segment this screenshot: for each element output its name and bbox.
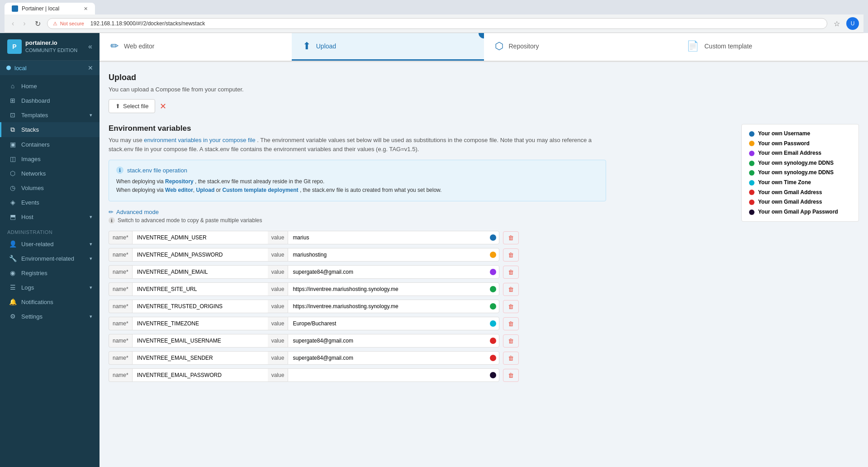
delete-env-var-button[interactable]: 🗑 (503, 352, 519, 365)
legend-label: Your own Gmail Address (758, 188, 822, 198)
env-value-wrap (288, 368, 499, 382)
env-value-input[interactable] (288, 317, 487, 330)
sidebar-item-images[interactable]: ◫ Images (0, 152, 100, 166)
sidebar-item-label: Notifications (21, 299, 53, 305)
env-value-input[interactable] (288, 231, 487, 244)
tab-upload[interactable]: ⬆ Upload (292, 33, 484, 61)
back-button[interactable]: ‹ (9, 19, 17, 29)
upload-link[interactable]: Upload (196, 187, 215, 193)
sidebar-item-events[interactable]: ◈ Events (0, 195, 100, 210)
address-bar[interactable]: ⚠ Not secure 192.168.1.18:9000/#!/2/dock… (47, 18, 827, 29)
logo-icon: P (7, 39, 22, 54)
env-vars-link[interactable]: environment variables in your compose fi… (144, 137, 255, 143)
sidebar-item-label: User-related (21, 241, 54, 248)
env-value-label: value (268, 334, 288, 348)
browser-tab: Portainer | local ✕ (5, 3, 95, 14)
upload-btn-row: ⬆ Select file ✕ (109, 99, 859, 113)
env-name-input[interactable] (132, 248, 268, 262)
reload-button[interactable]: ↻ (32, 19, 43, 29)
sidebar-item-home[interactable]: ⌂ Home (0, 79, 100, 93)
env-name-input[interactable] (132, 282, 268, 296)
sidebar-item-registries[interactable]: ◉ Registries (0, 266, 100, 280)
sidebar-item-networks[interactable]: ⬡ Networks (0, 166, 100, 181)
info-circle-icon: ℹ (109, 217, 115, 224)
close-env-button[interactable]: ✕ (88, 64, 93, 71)
env-name-input[interactable] (132, 368, 268, 382)
select-file-button[interactable]: ⬆ Select file (109, 99, 155, 113)
env-name-label: name* (109, 300, 132, 313)
legend-label: Your own Password (758, 139, 810, 149)
collapse-sidebar-button[interactable]: « (88, 43, 92, 51)
env-value-input[interactable] (288, 352, 487, 364)
env-name-input[interactable] (132, 300, 268, 313)
delete-env-var-button[interactable]: 🗑 (503, 334, 519, 348)
env-value-input[interactable] (288, 283, 487, 295)
env-name-input[interactable] (132, 265, 268, 279)
delete-env-var-button[interactable]: 🗑 (503, 283, 519, 296)
env-name-input[interactable] (132, 334, 268, 348)
sidebar-item-dashboard[interactable]: ⊞ Dashboard (0, 93, 100, 108)
sidebar-item-templates[interactable]: ⊡ Templates ▾ (0, 108, 100, 122)
notifications-icon: 🔔 (9, 298, 17, 305)
upload-description: You can upload a Compose file from your … (109, 86, 859, 93)
tab-title: Portainer | local (22, 5, 59, 12)
clear-file-button[interactable]: ✕ (160, 102, 166, 110)
upload-title: Upload (109, 73, 859, 82)
sidebar-logo: P portainer.io COMMUNITY EDITION « (0, 33, 100, 61)
sidebar-item-notifications[interactable]: 🔔 Notifications (0, 295, 100, 309)
legend-label: Your own Email Address (758, 148, 821, 158)
env-value-input[interactable] (288, 334, 487, 347)
tab-web-editor[interactable]: ✏ Web editor (100, 33, 292, 61)
close-tab-button[interactable]: ✕ (84, 6, 88, 12)
repository-link[interactable]: Repository (165, 178, 194, 185)
sidebar-item-host[interactable]: ⬒ Host ▾ (0, 210, 100, 224)
delete-env-var-button[interactable]: 🗑 (503, 248, 519, 262)
env-value-input[interactable] (288, 369, 487, 381)
custom-template-deployment-link[interactable]: Custom template deployment (223, 187, 299, 193)
sidebar-item-settings[interactable]: ⚙ Settings ▾ (0, 309, 100, 324)
env-value-input[interactable] (288, 248, 487, 261)
delete-env-var-button[interactable]: 🗑 (503, 231, 519, 244)
delete-env-var-button[interactable]: 🗑 (503, 300, 519, 313)
env-status-dot (6, 66, 11, 70)
tab-custom-template[interactable]: 📄 Custom template (676, 33, 868, 61)
env-name-input[interactable] (132, 317, 268, 330)
env-variable-row: name* value 🗑 (109, 282, 859, 296)
web-editor-link[interactable]: Web editor (165, 187, 193, 193)
delete-env-var-button[interactable]: 🗑 (503, 369, 519, 382)
sidebar-item-stacks[interactable]: ⧉ Stacks (0, 122, 100, 137)
profile-button[interactable]: U (846, 17, 859, 30)
env-value-wrap (288, 265, 499, 279)
env-value-label: value (268, 265, 288, 279)
volumes-icon: ◷ (9, 184, 17, 191)
env-name-label: name* (109, 368, 132, 382)
bookmark-button[interactable]: ☆ (831, 19, 843, 29)
env-name-label: name* (109, 248, 132, 262)
env-name-input[interactable] (132, 351, 268, 365)
legend-item: Your own Gmail Address (749, 188, 851, 198)
sidebar-item-volumes[interactable]: ◷ Volumes (0, 181, 100, 195)
delete-env-var-button[interactable]: 🗑 (503, 317, 519, 330)
env-value-input[interactable] (288, 300, 487, 313)
forward-button[interactable]: › (20, 19, 28, 29)
env-value-input[interactable] (288, 266, 487, 278)
logs-icon: ☰ (9, 284, 17, 291)
home-icon: ⌂ (9, 82, 17, 90)
info-box: ℹ stack.env file operation When deployin… (109, 160, 606, 201)
browser-toolbar: ‹ › ↻ ⚠ Not secure 192.168.1.18:9000/#!/… (5, 14, 863, 33)
containers-icon: ▣ (9, 141, 17, 148)
tab-repository[interactable]: ⬡ Repository (484, 33, 676, 61)
events-icon: ◈ (9, 199, 17, 206)
legend-item: Your own synology.me DDNS (749, 168, 851, 178)
env-name-input[interactable] (132, 231, 268, 244)
sidebar-item-environment-related[interactable]: 🔧 Environment-related ▾ (0, 251, 100, 266)
env-value-label: value (268, 300, 288, 313)
sidebar-item-label: Networks (21, 170, 46, 177)
security-icon: ⚠ (53, 21, 57, 27)
sidebar-item-logs[interactable]: ☰ Logs ▾ (0, 280, 100, 295)
sidebar-item-user-related[interactable]: 👤 User-related ▾ (0, 237, 100, 251)
sidebar-item-containers[interactable]: ▣ Containers (0, 137, 100, 152)
sidebar-item-label: Logs (21, 284, 34, 291)
sidebar-item-label: Images (21, 156, 41, 162)
delete-env-var-button[interactable]: 🗑 (503, 266, 519, 279)
